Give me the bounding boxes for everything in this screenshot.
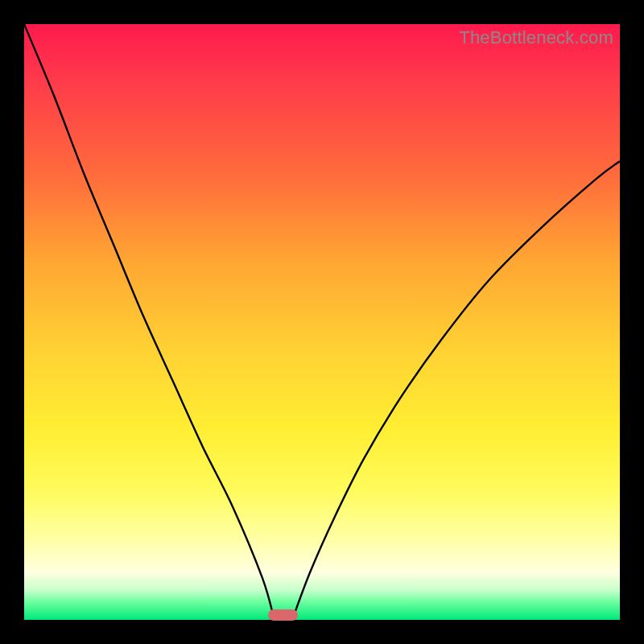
- right-curve-path: [292, 161, 620, 620]
- chart-frame: TheBottleneck.com: [0, 0, 644, 644]
- curves-svg: [24, 24, 620, 620]
- plot-area: TheBottleneck.com: [24, 24, 620, 620]
- optimum-marker: [268, 609, 298, 621]
- left-curve-path: [24, 24, 275, 620]
